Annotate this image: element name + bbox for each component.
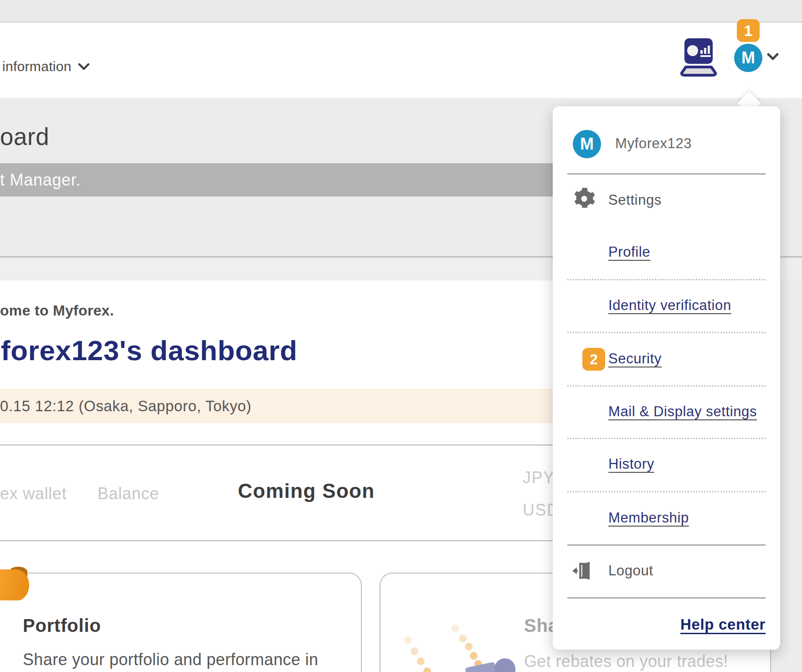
decor-dot [423,667,431,672]
decor-dot [417,657,425,665]
decor-illustration-shape [494,658,515,672]
portfolio-card-body: Share your portfolio and performance in [23,650,318,669]
laptop-chart-icon [680,38,717,77]
menu-avatar: M [573,130,601,158]
menu-divider [567,544,766,546]
banner-text: t Manager. [0,163,81,196]
gear-icon [573,187,596,212]
menu-divider [567,173,766,175]
page-title: oard [0,123,49,150]
decor-dot [452,625,459,632]
datetime-bar: 0.15 12:12 (Osaka, Sapporo, Tokyo) [0,389,553,423]
menu-divider [567,597,766,599]
menu-username: Myforex123 [615,135,692,152]
account-manager-banner: t Manager. [0,163,553,196]
browser-top-strip [0,0,802,23]
share-card-body: Get rebates on your trades! [524,652,728,671]
menu-link-mail-display-settings[interactable]: Mail & Display settings [608,403,757,420]
orange-ribbon-decoration [0,567,32,601]
nav-item-information[interactable]: information [2,58,90,75]
chevron-down-icon [78,62,90,71]
user-avatar[interactable]: M [734,44,762,72]
balance-label: Balance [98,484,159,503]
dotted-divider [567,332,766,333]
welcome-text: ome to Myforex. [0,302,114,319]
portfolio-card[interactable]: Portfolio Share your portfolio and perfo… [0,573,362,672]
decor-dot [470,652,478,660]
datetime-text: 0.15 12:12 (Osaka, Sapporo, Tokyo) [0,389,553,423]
menu-logout-label[interactable]: Logout [608,563,653,579]
menu-settings-label: Settings [608,192,662,208]
coming-soon-text: Coming Soon [238,480,375,502]
decor-dot [404,636,412,644]
dotted-divider [567,491,766,492]
account-dropdown-menu: M Myforex123 Settings Profile Identity v… [553,106,780,650]
dashboard-page: information 1 M oard t Manager. ome [0,0,802,672]
dotted-divider [567,279,766,280]
account-menu-toggle[interactable] [766,52,779,63]
chevron-down-icon [766,52,779,61]
security-step-badge: 2 [582,348,605,371]
menu-link-security[interactable]: Security [608,351,662,367]
nav-information-label: information [2,59,72,74]
logout-icon [572,559,596,584]
currency-jpy-label: JPY [523,468,555,487]
help-center-link[interactable]: Help center [680,616,766,633]
wallet-label: ex wallet [0,484,67,503]
dotted-divider [567,438,766,439]
menu-link-membership[interactable]: Membership [608,510,689,526]
dashboard-heading: forex123's dashboard [1,334,298,367]
decor-dot [459,635,467,642]
notification-badge: 1 [737,19,760,42]
menu-link-profile[interactable]: Profile [608,244,650,260]
trading-platform-icon[interactable] [680,38,717,77]
decor-dot [411,647,418,655]
menu-link-identity-verification[interactable]: Identity verification [608,297,731,314]
decor-dot [465,643,473,651]
ribbon-body [0,569,29,600]
dotted-divider [567,385,766,387]
portfolio-card-title: Portfolio [23,615,101,636]
menu-link-history[interactable]: History [608,456,654,472]
